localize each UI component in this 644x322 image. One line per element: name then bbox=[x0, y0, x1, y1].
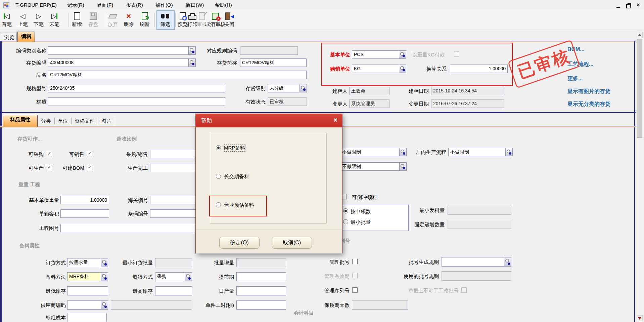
scrollbar-thumb[interactable] bbox=[637, 39, 642, 138]
toolbar-delete-button[interactable]: × 删除 bbox=[123, 11, 135, 29]
tab-edit[interactable]: 编辑 bbox=[17, 32, 35, 42]
lot-rule-field[interactable] bbox=[442, 257, 511, 267]
producible-label: 可生产 bbox=[29, 165, 44, 171]
sellable-checkbox[interactable]: ✓ bbox=[87, 151, 92, 156]
order-mode-lookup-icon[interactable] bbox=[101, 258, 108, 267]
scroll-up-button[interactable] bbox=[637, 32, 643, 38]
menu-item-report[interactable]: 报表(R) bbox=[126, 2, 143, 8]
cancel-button[interactable]: 取消(C) bbox=[272, 237, 312, 249]
tab-browse[interactable]: 浏览 bbox=[2, 33, 17, 41]
toolbar-abandon-button: 放弃 bbox=[107, 11, 119, 29]
trade-unit-field[interactable]: KG bbox=[352, 65, 406, 73]
no-manual-lot-checkbox bbox=[461, 287, 467, 293]
tab-classification[interactable]: 分类 bbox=[41, 118, 51, 124]
modify-date-label: 变更日期 bbox=[409, 101, 429, 107]
menu-item-help[interactable]: 帮助(H) bbox=[215, 2, 232, 8]
limit-1-lookup-icon[interactable] bbox=[399, 148, 407, 156]
bom-allowed-checkbox[interactable]: ✓ bbox=[87, 165, 92, 170]
link-more[interactable]: 更多... bbox=[567, 75, 583, 82]
purchasable-checkbox[interactable]: ✓ bbox=[47, 151, 52, 156]
tab-unit[interactable]: 单位 bbox=[58, 118, 68, 124]
item-code-lookup-icon[interactable] bbox=[188, 58, 196, 67]
window-minimize-button[interactable] bbox=[615, 3, 621, 9]
menu-item-window[interactable]: 窗口(W) bbox=[186, 2, 204, 8]
supplier-lookup-icon[interactable] bbox=[101, 300, 108, 310]
item-code-field[interactable]: 400400008 bbox=[48, 58, 196, 67]
limit-field-2[interactable]: 不做限制 bbox=[340, 162, 407, 171]
window-close-button[interactable]: × bbox=[635, 2, 641, 8]
menu-item-operation[interactable]: 操作(O) bbox=[155, 2, 173, 8]
box-volume-field[interactable] bbox=[60, 209, 109, 218]
menu-item-interface[interactable]: 界面(F) bbox=[97, 2, 113, 8]
manage-lot-checkbox[interactable] bbox=[352, 259, 358, 264]
unit-hours-field[interactable] bbox=[236, 300, 286, 310]
base-weight-field[interactable]: 1.00000 bbox=[60, 196, 109, 204]
used-lot-rule-field bbox=[442, 271, 511, 281]
trade-unit-lookup-icon[interactable] bbox=[399, 65, 406, 73]
toolbar-separator bbox=[175, 13, 176, 27]
toolbar-first-button[interactable]: ◁ 首笔 bbox=[1, 11, 13, 29]
daily-output-field[interactable] bbox=[236, 286, 286, 295]
code-category-field[interactable] bbox=[48, 46, 196, 55]
rule-code-field bbox=[240, 46, 298, 55]
spec-field[interactable]: 250*240*35 bbox=[48, 84, 225, 92]
scroll-down-button[interactable] bbox=[637, 315, 643, 321]
link-show-with-images[interactable]: 显示有图片的存货 bbox=[567, 88, 610, 95]
item-abbr-field[interactable]: CR12MOV精料 bbox=[240, 58, 307, 67]
left-border-inner bbox=[1, 41, 2, 322]
menu-app-title[interactable]: T-GROUP ERP(E) bbox=[15, 2, 57, 8]
base-unit-lookup-icon[interactable] bbox=[399, 50, 406, 59]
material-field[interactable] bbox=[48, 97, 225, 106]
tab-item-properties[interactable]: 料品属性 bbox=[3, 115, 38, 127]
factory-flow-field[interactable]: 不做限制 bbox=[448, 148, 513, 156]
window-restore-button[interactable] bbox=[625, 3, 631, 9]
code-category-lookup-icon[interactable] bbox=[188, 46, 196, 55]
apply-quantity-radio[interactable] bbox=[343, 208, 348, 213]
product-name-field[interactable]: CR12MOV精料 bbox=[48, 71, 307, 79]
product-name-label: 品名 bbox=[36, 72, 46, 78]
min-inventory-field[interactable] bbox=[67, 286, 108, 295]
lot-rule-lookup-icon[interactable] bbox=[504, 257, 511, 267]
toolbar-last-button[interactable]: ▷ 末笔 bbox=[48, 11, 60, 29]
sellable-label: 可销售 bbox=[69, 151, 84, 158]
mrp-radio[interactable] bbox=[216, 145, 221, 150]
level-lookup-icon[interactable] bbox=[300, 84, 307, 92]
dialog-close-icon[interactable]: × bbox=[333, 116, 337, 124]
tab-images[interactable]: 图片 bbox=[101, 118, 111, 124]
toolbar-new-button[interactable]: 新增 bbox=[71, 11, 83, 29]
max-inventory-field[interactable] bbox=[155, 286, 192, 295]
std-cost-label: 标准成本 bbox=[46, 315, 66, 321]
ok-button[interactable]: 确定(Q) bbox=[219, 237, 260, 249]
factory-flow-lookup-icon[interactable] bbox=[505, 148, 513, 156]
stock-method-label: 备料方法 bbox=[46, 274, 66, 280]
code-category-label: 编码类别名称 bbox=[16, 48, 46, 54]
help-dialog-titlebar[interactable]: 帮助 × bbox=[196, 114, 342, 127]
toolbar-close-button[interactable]: ◀ 关闭 bbox=[223, 11, 235, 29]
std-cost-field[interactable] bbox=[67, 313, 107, 322]
check-icon: ✓ bbox=[48, 151, 51, 156]
conversion-field[interactable]: 1.00000 bbox=[450, 65, 508, 73]
long-lead-radio[interactable] bbox=[216, 174, 221, 179]
producible-checkbox[interactable]: ✓ bbox=[47, 165, 52, 170]
link-show-unclassified[interactable]: 显示无分类的存货 bbox=[567, 101, 610, 108]
toolbar-prev-button[interactable]: ◁ 上笔 bbox=[17, 11, 29, 29]
lead-time-field[interactable] bbox=[236, 272, 286, 281]
toolbar-next-button[interactable]: ▷ 下笔 bbox=[33, 11, 45, 29]
toolbar-refresh-button[interactable]: ↻ 刷新 bbox=[139, 11, 151, 29]
min-inventory-label: 最低库存 bbox=[46, 288, 66, 294]
manage-serial-checkbox[interactable] bbox=[352, 287, 358, 293]
tab-separator bbox=[54, 118, 55, 124]
stock-method-lookup-icon[interactable] bbox=[101, 272, 108, 281]
toolbar-separator bbox=[105, 13, 105, 27]
min-lot-radio[interactable] bbox=[343, 219, 348, 224]
base-unit-field[interactable]: PCS bbox=[352, 50, 406, 59]
toolbar-filter-button[interactable]: 筛选 bbox=[159, 11, 171, 29]
drawing-field[interactable] bbox=[60, 224, 208, 232]
limit-2-lookup-icon[interactable] bbox=[399, 162, 407, 171]
limit-field-1[interactable]: 不做限制 bbox=[340, 148, 407, 156]
tab-qualification-files[interactable]: 资格文件 bbox=[75, 118, 95, 124]
acquire-lookup-icon[interactable] bbox=[185, 272, 192, 281]
rule-code-label: 对应规则编码 bbox=[207, 48, 237, 54]
menu-item-record[interactable]: 记录(R) bbox=[67, 2, 84, 8]
menu-bar: T-GROUP ERP(E) 记录(R) 界面(F) 报表(R) 操作(O) 窗… bbox=[0, 0, 644, 10]
